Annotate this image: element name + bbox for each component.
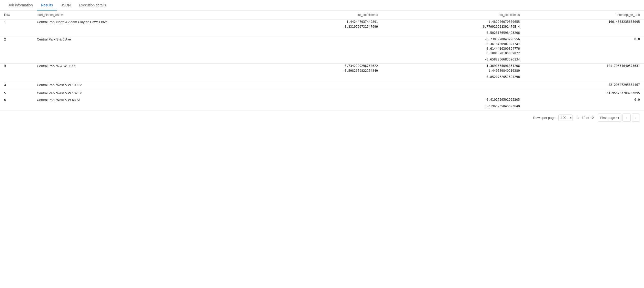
cell-ma: -6.779919928391479E-4 (382, 24, 524, 29)
tab-job-information[interactable]: Job information (4, 0, 37, 10)
cell-ma: -0.3616450907827747 (382, 42, 524, 46)
cell-ar (240, 56, 382, 64)
table-row: 4Central Park West & W 100 St42.29647295… (0, 81, 644, 89)
cell-row-num (0, 46, 33, 51)
cell-ar (240, 102, 382, 110)
cell-ma: 1.3691565096831206 (382, 64, 524, 69)
cell-row-num (0, 29, 33, 37)
cell-ma (382, 89, 524, 97)
table-row: -0.8319760731547999-6.779919928391479E-4 (0, 24, 644, 29)
cell-row-num (0, 51, 33, 56)
cell-ma: -0.4101729501923205 (382, 97, 524, 102)
cell-intercept (524, 68, 644, 73)
cell-station (33, 68, 240, 73)
tab-json[interactable]: JSON (57, 0, 75, 10)
tabs-container: Job information Results JSON Execution d… (0, 0, 644, 11)
cell-ma: -0.6588836683596134 (382, 56, 524, 64)
cell-intercept (524, 51, 644, 56)
cell-station: Central Park West & W 68 St (33, 97, 240, 102)
cell-ar: -0.8319760731547999 (240, 24, 382, 29)
cell-intercept: 0.0 (524, 37, 644, 42)
cell-ma: 0.5028176598493206 (382, 29, 524, 37)
first-page-icon: ⏮ (616, 116, 619, 120)
cell-ar (240, 97, 382, 102)
table-row: 5Central Park West & W 102 St51.95370370… (0, 89, 644, 97)
cell-station (33, 46, 240, 51)
cell-row-num: 6 (0, 97, 33, 102)
col-header-intercept: intercept_or_drift (524, 11, 644, 19)
cell-station: Central Park North & Adam Clayton Powell… (33, 19, 240, 25)
table-row: 6Central Park West & W 68 St-0.410172950… (0, 97, 644, 102)
rows-per-page-section: Rows per page: 100 25 50 ▾ (533, 115, 573, 121)
cell-intercept (524, 73, 644, 81)
cell-row-num: 4 (0, 81, 33, 89)
table-footer: Rows per page: 100 25 50 ▾ 1 - 12 of 12 … (0, 110, 644, 125)
col-header-row: Row (0, 11, 33, 19)
table-row: 0.5028176598493206 (0, 29, 644, 37)
cell-ar (240, 29, 382, 37)
prev-page-button[interactable]: ‹ (622, 114, 631, 122)
page-info: 1 - 12 of 12 (577, 116, 594, 120)
cell-row-num: 3 (0, 64, 33, 69)
table-row: 2Central Park S & 6 Ave-0.73039700432965… (0, 37, 644, 42)
cell-row-num (0, 24, 33, 29)
cell-ma (382, 81, 524, 89)
cell-station (33, 29, 240, 37)
cell-station: Central Park West & W 102 St (33, 89, 240, 97)
cell-ar: 1.442447937449891 (240, 19, 382, 25)
tab-results[interactable]: Results (37, 0, 57, 10)
cell-intercept: 101.79634640575631 (524, 64, 644, 69)
tab-execution-details[interactable]: Execution details (75, 0, 110, 10)
cell-intercept: 42.29647295364467 (524, 81, 644, 89)
cell-station (33, 73, 240, 81)
cell-ar (240, 37, 382, 42)
cell-row-num (0, 56, 33, 64)
cell-station: Central Park S & 6 Ave (33, 37, 240, 42)
cell-ar (240, 42, 382, 46)
cell-station (33, 51, 240, 56)
cell-station: Central Park W & W 96 St (33, 64, 240, 69)
table-row: 3Central Park W & W 96 St-0.734229929676… (0, 64, 644, 69)
cell-row-num (0, 102, 33, 110)
cell-intercept (524, 24, 644, 29)
cell-intercept (524, 42, 644, 46)
cell-ma: -1.482906070570655 (382, 19, 524, 25)
cell-ar (240, 46, 382, 51)
next-page-button[interactable]: › (632, 114, 640, 122)
cell-intercept: 0.0 (524, 97, 644, 102)
cell-ar (240, 81, 382, 89)
cell-ma: 1.440589840210289 (382, 68, 524, 73)
cell-ma: -0.7303970043296556 (382, 37, 524, 42)
cell-station (33, 42, 240, 46)
cell-row-num: 2 (0, 37, 33, 42)
cell-ar (240, 73, 382, 81)
rows-per-page-select[interactable]: 100 25 50 (558, 115, 573, 121)
rows-per-page-select-wrapper: 100 25 50 ▾ (558, 115, 573, 121)
results-table: Row start_station_name ar_coefficients m… (0, 11, 644, 110)
col-header-station: start_station_name (33, 11, 240, 19)
cell-ma: 0.6144410300894776 (382, 46, 524, 51)
cell-ma: 0.21963235043323648 (382, 102, 524, 110)
pagination-controls: First page ⏮ ‹ › (598, 114, 640, 122)
col-header-ma: ma_coefficients (382, 11, 524, 19)
cell-station (33, 56, 240, 64)
cell-ar (240, 89, 382, 97)
next-icon: › (635, 115, 636, 120)
table-row: -0.59820598221548491.440589840210289 (0, 68, 644, 73)
first-page-button[interactable]: First page ⏮ (598, 114, 621, 122)
tab-bar: Job information Results JSON Execution d… (0, 0, 644, 11)
prev-icon: ‹ (626, 115, 627, 120)
results-table-container: Row start_station_name ar_coefficients m… (0, 11, 644, 110)
table-row: 0.1881398105889872 (0, 51, 644, 56)
cell-ar: -0.5982059822154849 (240, 68, 382, 73)
cell-intercept (524, 56, 644, 64)
cell-ar: -0.7342299296764622 (240, 64, 382, 69)
cell-ma: 0.1881398105889872 (382, 51, 524, 56)
cell-ar (240, 51, 382, 56)
cell-station: Central Park West & W 100 St (33, 81, 240, 89)
cell-intercept: 166.4553235655095 (524, 19, 644, 25)
cell-ma: 0.8520762651624298 (382, 73, 524, 81)
table-row: 1Central Park North & Adam Clayton Powel… (0, 19, 644, 25)
cell-row-num (0, 73, 33, 81)
cell-row-num: 5 (0, 89, 33, 97)
